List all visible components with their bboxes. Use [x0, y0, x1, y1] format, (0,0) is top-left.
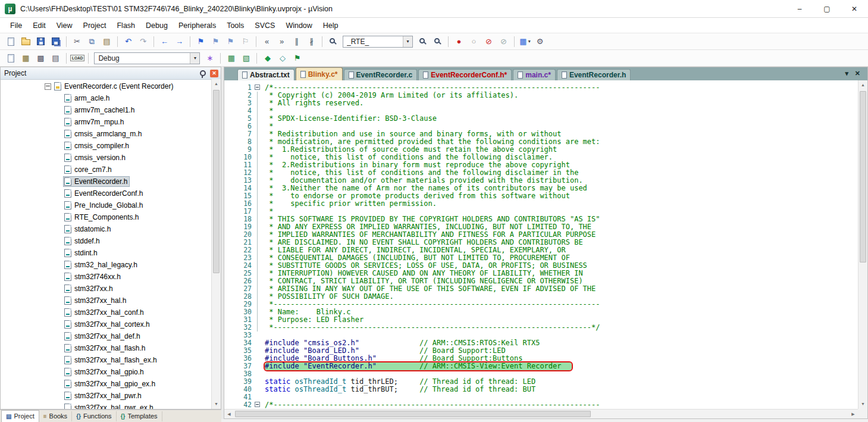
configure-tools[interactable]: ⚙	[533, 35, 547, 48]
tree-item-stm32f7xx-hal-cortex-h[interactable]: stm32f7xx_hal_cortex.h	[1, 318, 211, 330]
open-file[interactable]	[19, 35, 33, 48]
download-to-flash[interactable]: LOAD	[70, 52, 84, 65]
tree-scrollbar[interactable]: ▲ ▼	[211, 79, 221, 409]
tree-item-arm-acle-h[interactable]: arm_acle.h	[1, 92, 211, 104]
editor-vertical-scrollbar[interactable]: ▲ ▼	[858, 80, 867, 409]
navigate-back[interactable]: ←	[158, 35, 171, 48]
scroll-right-icon[interactable]: ▶	[848, 410, 858, 418]
tree-item-eventrecorder-c[interactable]: EventRecorder.c (Event Recorder)	[1, 80, 211, 92]
menu-debug[interactable]: Debug	[140, 21, 173, 30]
collapse-icon[interactable]	[45, 83, 51, 90]
tree-item-armv7m-cachel1-h[interactable]: armv7m_cachel1.h	[1, 104, 211, 116]
panel-tab-functions[interactable]: {}Functions	[72, 411, 117, 421]
tree-item-stm32f7xx-hal-pwr-ex-h[interactable]: stm32f7xx_hal_pwr_ex.h	[1, 402, 211, 409]
menu-edit[interactable]: Edit	[27, 21, 51, 30]
insert-remove-bookmark[interactable]: ⚑	[194, 35, 208, 48]
tree-item-stm32f7xx-hal-h[interactable]: stm32f7xx_hal.h	[1, 295, 211, 307]
menu-peripherals[interactable]: Peripherals	[173, 21, 221, 30]
tree-item-stm32f7xx-hal-conf-h[interactable]: stm32f7xx_hal_conf.h	[1, 307, 211, 318]
tree-item-stm32f7xx-h[interactable]: stm32f7xx.h	[1, 283, 211, 295]
find-next[interactable]	[416, 35, 430, 48]
tree-item-stm32f7xx-hal-gpio-ex-h[interactable]: stm32f7xx_hal_gpio_ex.h	[1, 378, 211, 390]
tree-scroll-thumb[interactable]	[213, 90, 220, 273]
tree-item-stm32f7xx-hal-pwr-h[interactable]: stm32f7xx_hal_pwr.h	[1, 390, 211, 402]
unindent[interactable]: «	[260, 35, 274, 48]
find-in-files[interactable]	[326, 35, 340, 48]
menu-project[interactable]: Project	[78, 21, 112, 30]
tree-item-pre-include-global-h[interactable]: Pre_Include_Global.h	[1, 199, 211, 211]
tree-item-stm32-hal-legacy-h[interactable]: stm32_hal_legacy.h	[1, 259, 211, 271]
target-select-combo[interactable]: Debug▾	[94, 52, 200, 64]
incremental-find[interactable]	[431, 35, 444, 48]
comment-selection[interactable]: ∥	[290, 35, 303, 48]
editor-tab-eventrecorder-c[interactable]: EventRecorder.c	[344, 69, 418, 80]
panel-tab-project[interactable]: ▤Project	[1, 410, 39, 422]
editor-horizontal-scrollbar[interactable]: ◀ ▶	[224, 409, 858, 418]
tree-item-eventrecorder-h[interactable]: EventRecorder.h	[1, 176, 211, 187]
target-select-combo-dropdown-icon[interactable]: ▾	[190, 53, 199, 64]
find-text-combo[interactable]: _RTE_▾	[343, 36, 413, 48]
save[interactable]	[34, 35, 48, 48]
tree-item-cmsis-version-h[interactable]: cmsis_version.h	[1, 152, 211, 164]
scroll-up-icon[interactable]: ▲	[212, 79, 221, 89]
undo[interactable]: ↶	[121, 35, 135, 48]
editor-tab-eventrecorderconf-h-[interactable]: EventRecorderConf.h*	[418, 69, 512, 80]
tree-item-stdatomic-h[interactable]: stdatomic.h	[1, 223, 211, 235]
tree-item-stm32f7xx-hal-flash-ex-h[interactable]: stm32f7xx_hal_flash_ex.h	[1, 354, 211, 366]
editor-tab-abstract-txt[interactable]: Abstract.txt	[237, 69, 294, 80]
editor-scroll-thumb[interactable]	[860, 91, 866, 262]
tree-item-cmsis-compiler-h[interactable]: cmsis_compiler.h	[1, 140, 211, 152]
next-bookmark[interactable]: ⚑	[224, 35, 237, 48]
find-text-combo-dropdown-icon[interactable]: ▾	[403, 36, 412, 47]
menu-flash[interactable]: Flash	[111, 21, 140, 30]
panel-tab-books[interactable]: ≡Books	[39, 411, 72, 421]
editor-tab-main-c-[interactable]: main.c*	[513, 69, 556, 80]
tree-item-armv7m-mpu-h[interactable]: armv7m_mpu.h	[1, 116, 211, 128]
maximize-button[interactable]: ▢	[813, 0, 841, 18]
tree-item-core-cm7-h[interactable]: core_cm7.h	[1, 164, 211, 176]
paste[interactable]: ▤	[100, 35, 114, 48]
configure-flash-tools[interactable]: ⚑	[290, 52, 304, 65]
translate-file[interactable]	[4, 52, 18, 65]
tree-item-stm32f746xx-h[interactable]: stm32f746xx.h	[1, 271, 211, 283]
tree-item-stdint-h[interactable]: stdint.h	[1, 247, 211, 259]
code-line-16[interactable]: 16 * specific prior written permission.	[224, 200, 858, 208]
debug-windows-layout[interactable]: ▦▾	[518, 35, 532, 48]
copy[interactable]: ⧉	[85, 35, 99, 48]
document-close-icon[interactable]: ✕	[855, 70, 860, 77]
previous-bookmark[interactable]: ⚑	[209, 35, 223, 48]
pack-installer[interactable]: ◆	[261, 52, 274, 65]
options-for-target[interactable]: ∗	[203, 52, 217, 65]
kill-all-breakpoints[interactable]: ⊘	[482, 35, 496, 48]
disable-all-breakpoints[interactable]: ⊘	[497, 35, 510, 48]
editor-tab-eventrecorder-h[interactable]: EventRecorder.h	[557, 69, 631, 80]
code-line-40[interactable]: 40static osThreadId_t tid_thrBUT; // Thr…	[224, 386, 858, 393]
rebuild-all[interactable]: ▩	[34, 52, 48, 65]
code-line-32[interactable]: 32 *------------------------------------…	[224, 324, 858, 332]
code-editor[interactable]: 1/*-------------------------------------…	[224, 80, 858, 409]
insert-remove-breakpoint[interactable]: ●	[452, 35, 466, 48]
save-all[interactable]	[49, 35, 62, 48]
code-line-37[interactable]: 37#include "EventRecorder.h" // ARM::CMS…	[224, 362, 858, 370]
debug-windows-layout-dropdown-icon[interactable]: ▾	[528, 39, 531, 44]
scroll-down-icon[interactable]: ▼	[212, 399, 221, 409]
close-button[interactable]: ✕	[841, 0, 868, 18]
tab-list-dropdown-icon[interactable]: ▾	[845, 70, 848, 77]
scroll-left-icon[interactable]: ◀	[224, 410, 234, 418]
fold-toggle-icon[interactable]	[254, 84, 261, 92]
menu-view[interactable]: View	[51, 21, 78, 30]
redo[interactable]: ↷	[136, 35, 150, 48]
scroll-down-icon[interactable]: ▼	[858, 399, 867, 409]
tree-item-rte-components-h[interactable]: RTE_Components.h	[1, 211, 211, 223]
tree-item-stddef-h[interactable]: stddef.h	[1, 235, 211, 247]
menu-file[interactable]: File	[5, 21, 27, 30]
tree-item-stm32f7xx-hal-flash-h[interactable]: stm32f7xx_hal_flash.h	[1, 342, 211, 354]
editor-hscroll-thumb[interactable]	[235, 411, 591, 417]
pin-icon[interactable]	[200, 70, 206, 76]
menu-window[interactable]: Window	[280, 21, 317, 30]
panel-close-icon[interactable]: ✕	[210, 70, 218, 77]
uncomment-selection[interactable]: ∦	[305, 35, 318, 48]
fold-toggle-icon[interactable]	[254, 401, 261, 409]
menu-tools[interactable]: Tools	[221, 21, 249, 30]
enable-disable-breakpoint[interactable]: ○	[467, 35, 481, 48]
